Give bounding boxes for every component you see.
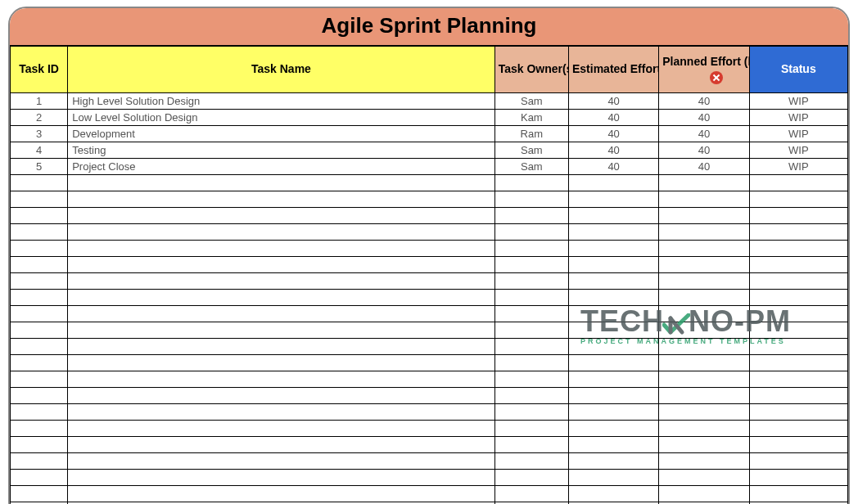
cell-status[interactable] <box>749 272 847 289</box>
cell-owner[interactable] <box>494 452 568 469</box>
cell-plan[interactable] <box>659 223 749 240</box>
cell-status[interactable] <box>749 485 847 502</box>
cell-status[interactable]: WIP <box>749 142 847 158</box>
table-row[interactable] <box>11 403 848 420</box>
cell-est[interactable] <box>568 485 658 502</box>
cell-task-name[interactable] <box>68 256 495 272</box>
cell-task-name[interactable]: Development <box>68 125 495 142</box>
table-row[interactable] <box>11 469 848 485</box>
cell-status[interactable]: WIP <box>749 125 847 142</box>
cell-task-id[interactable] <box>11 207 68 223</box>
cell-est[interactable]: 40 <box>568 92 658 109</box>
cell-task-name[interactable] <box>68 420 495 436</box>
table-row[interactable] <box>11 240 848 256</box>
cell-owner[interactable]: Sam <box>494 158 568 174</box>
table-row[interactable]: 4TestingSam4040WIP <box>11 142 848 158</box>
cell-task-name[interactable] <box>68 485 495 502</box>
cell-task-id[interactable]: 3 <box>11 125 68 142</box>
cell-task-name[interactable] <box>68 289 495 305</box>
cell-task-id[interactable] <box>11 256 68 272</box>
cell-task-id[interactable] <box>11 387 68 403</box>
cell-task-id[interactable] <box>11 272 68 289</box>
cell-plan[interactable] <box>659 240 749 256</box>
cell-est[interactable] <box>568 289 658 305</box>
cell-task-id[interactable] <box>11 485 68 502</box>
cell-task-name[interactable] <box>68 469 495 485</box>
cell-task-name[interactable] <box>68 272 495 289</box>
cell-status[interactable] <box>749 371 847 387</box>
cell-owner[interactable] <box>494 240 568 256</box>
cell-status[interactable] <box>749 223 847 240</box>
cell-owner[interactable] <box>494 485 568 502</box>
table-row[interactable]: 2Low Level Solution DesignKam4040WIP <box>11 109 848 125</box>
cell-task-name[interactable] <box>68 207 495 223</box>
cell-owner[interactable] <box>494 256 568 272</box>
cell-status[interactable] <box>749 305 847 322</box>
cell-est[interactable] <box>568 305 658 322</box>
cell-status[interactable] <box>749 174 847 191</box>
cell-owner[interactable] <box>494 207 568 223</box>
cell-plan[interactable] <box>659 191 749 207</box>
cell-plan[interactable] <box>659 305 749 322</box>
cell-task-id[interactable] <box>11 436 68 452</box>
cell-task-id[interactable] <box>11 371 68 387</box>
cell-status[interactable]: WIP <box>749 92 847 109</box>
cell-task-name[interactable]: Testing <box>68 142 495 158</box>
cell-est[interactable] <box>568 240 658 256</box>
table-row[interactable] <box>11 371 848 387</box>
cell-est[interactable] <box>568 452 658 469</box>
cell-status[interactable] <box>749 387 847 403</box>
cell-status[interactable] <box>749 452 847 469</box>
cell-owner[interactable] <box>494 354 568 371</box>
cell-task-id[interactable]: 5 <box>11 158 68 174</box>
cell-plan[interactable] <box>659 289 749 305</box>
cell-plan[interactable] <box>659 371 749 387</box>
cell-task-name[interactable] <box>68 223 495 240</box>
cell-task-id[interactable] <box>11 452 68 469</box>
cell-task-name[interactable] <box>68 436 495 452</box>
cell-owner[interactable] <box>494 469 568 485</box>
table-row[interactable]: 5Project CloseSam4040WIP <box>11 158 848 174</box>
cell-task-name[interactable] <box>68 354 495 371</box>
cell-owner[interactable] <box>494 322 568 338</box>
cell-owner[interactable]: Kam <box>494 109 568 125</box>
cell-task-id[interactable] <box>11 322 68 338</box>
table-row[interactable] <box>11 452 848 469</box>
cell-est[interactable] <box>568 272 658 289</box>
cell-plan[interactable] <box>659 469 749 485</box>
cell-est[interactable] <box>568 256 658 272</box>
cell-owner[interactable] <box>494 174 568 191</box>
cell-task-id[interactable]: 2 <box>11 109 68 125</box>
cell-owner[interactable] <box>494 436 568 452</box>
cell-task-name[interactable]: Project Close <box>68 158 495 174</box>
cell-plan[interactable] <box>659 338 749 354</box>
cell-task-id[interactable]: 1 <box>11 92 68 109</box>
cell-est[interactable] <box>568 191 658 207</box>
cell-owner[interactable] <box>494 289 568 305</box>
cell-est[interactable] <box>568 338 658 354</box>
table-row[interactable] <box>11 354 848 371</box>
cell-est[interactable] <box>568 371 658 387</box>
cell-plan[interactable] <box>659 452 749 469</box>
cell-plan[interactable]: 40 <box>659 92 749 109</box>
table-row[interactable] <box>11 256 848 272</box>
cell-task-id[interactable] <box>11 305 68 322</box>
cell-plan[interactable] <box>659 354 749 371</box>
cell-task-id[interactable] <box>11 191 68 207</box>
cell-status[interactable]: WIP <box>749 109 847 125</box>
cell-plan[interactable] <box>659 256 749 272</box>
cell-est[interactable]: 40 <box>568 142 658 158</box>
cell-plan[interactable] <box>659 322 749 338</box>
cell-plan[interactable]: 40 <box>659 142 749 158</box>
cell-est[interactable] <box>568 436 658 452</box>
table-row[interactable] <box>11 289 848 305</box>
cell-task-name[interactable] <box>68 174 495 191</box>
table-row[interactable] <box>11 338 848 354</box>
cell-task-name[interactable] <box>68 338 495 354</box>
cell-est[interactable] <box>568 469 658 485</box>
cell-est[interactable] <box>568 223 658 240</box>
cell-est[interactable] <box>568 174 658 191</box>
cell-est[interactable]: 40 <box>568 158 658 174</box>
cell-status[interactable] <box>749 322 847 338</box>
cell-task-name[interactable] <box>68 322 495 338</box>
